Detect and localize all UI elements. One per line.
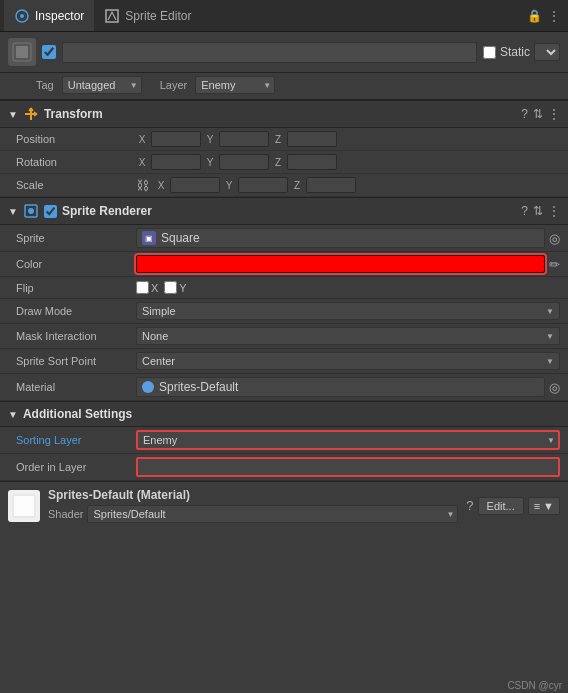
sprite-name-box[interactable]: ▣ Square: [136, 228, 545, 248]
color-swatch[interactable]: [136, 255, 545, 273]
position-xyz: X 0 Y 0 Z 0: [136, 131, 560, 147]
static-checkbox[interactable]: [483, 46, 496, 59]
scale-xyz: X 1 Y 1 Z 1: [155, 177, 560, 193]
tag-select[interactable]: Untagged: [62, 76, 142, 94]
flip-row: Flip X Y: [0, 277, 568, 299]
material-edit-button[interactable]: Edit...: [478, 497, 524, 515]
position-x-input[interactable]: 0: [151, 131, 201, 147]
flip-y-checkbox[interactable]: [164, 281, 177, 294]
sprite-renderer-section-header[interactable]: ▼ Sprite Renderer ? ⇅ ⋮: [0, 197, 568, 225]
scale-x-label: X: [155, 180, 167, 191]
flip-x-checkbox[interactable]: [136, 281, 149, 294]
draw-mode-dropdown[interactable]: Simple ▼: [136, 302, 560, 320]
rotation-label: Rotation: [16, 156, 136, 168]
lock-icon[interactable]: 🔒: [527, 9, 542, 23]
material-help-icon[interactable]: ?: [466, 498, 473, 513]
material-dot-icon: [142, 381, 154, 393]
object-active-checkbox[interactable]: [42, 45, 56, 59]
layer-select-wrapper: Enemy: [195, 76, 275, 94]
flip-field-value: X Y: [136, 281, 187, 294]
flip-field-label: Flip: [16, 282, 136, 294]
material-name-text: Sprites-Default: [159, 380, 238, 394]
position-y-input[interactable]: 0: [219, 131, 269, 147]
material-name-box[interactable]: Sprites-Default: [136, 377, 545, 397]
sprite-editor-icon: [104, 8, 120, 24]
material-list-button[interactable]: ≡ ▼: [528, 497, 560, 515]
scale-x-input[interactable]: 1: [170, 177, 220, 193]
sorting-layer-row: Sorting Layer Enemy: [0, 427, 568, 454]
order-in-layer-label: Order in Layer: [16, 461, 136, 473]
sprite-sort-point-dropdown[interactable]: Center ▼: [136, 352, 560, 370]
position-row: Position X 0 Y 0 Z 0: [0, 128, 568, 151]
more-options-icon[interactable]: ⋮: [548, 9, 560, 23]
material-list-icon: ≡: [534, 500, 540, 512]
material-panel-name: Sprites-Default (Material): [48, 488, 458, 502]
additional-settings-header[interactable]: ▼ Additional Settings: [0, 401, 568, 427]
draw-mode-value: Simple ▼: [136, 302, 560, 320]
sprite-renderer-section-icons: ? ⇅ ⋮: [521, 204, 560, 218]
rotation-xyz: X 0 Y 0 Z 0: [136, 154, 560, 170]
material-row: Material Sprites-Default ◎: [0, 374, 568, 401]
material-shader-select[interactable]: Sprites/Default: [87, 505, 458, 523]
color-field-value: ✏: [136, 255, 560, 273]
transform-section-header[interactable]: ▼ Transform ? ⇅ ⋮: [0, 100, 568, 128]
material-field-label: Material: [16, 381, 136, 393]
additional-arrow-icon: ▼: [8, 409, 18, 420]
tab-inspector-label: Inspector: [35, 9, 84, 23]
scale-y-input[interactable]: 1: [238, 177, 288, 193]
rotation-z-input[interactable]: 0: [287, 154, 337, 170]
mask-interaction-label: Mask Interaction: [16, 330, 136, 342]
tab-sprite-editor[interactable]: Sprite Editor: [94, 0, 201, 31]
inspector-icon: [14, 8, 30, 24]
sorting-layer-label: Sorting Layer: [16, 434, 136, 446]
sprite-sort-point-label: Sprite Sort Point: [16, 355, 136, 367]
position-value: X 0 Y 0 Z 0: [136, 131, 560, 147]
sprite-renderer-settings-icon[interactable]: ⇅: [533, 204, 543, 218]
sprite-renderer-arrow-icon: ▼: [8, 206, 18, 217]
color-field-label: Color: [16, 258, 136, 270]
transform-help-icon[interactable]: ?: [521, 107, 528, 121]
material-shader-select-wrapper: Sprites/Default: [87, 505, 458, 523]
transform-properties: Position X 0 Y 0 Z 0 Rotation X 0 Y 0 Z …: [0, 128, 568, 197]
sprite-target-icon[interactable]: ◎: [549, 231, 560, 246]
rot-x-label: X: [136, 157, 148, 168]
color-pen-icon[interactable]: ✏: [549, 257, 560, 272]
mask-interaction-row: Mask Interaction None ▼: [0, 324, 568, 349]
sprite-renderer-more-icon[interactable]: ⋮: [548, 204, 560, 218]
sprite-renderer-checkbox[interactable]: [44, 205, 57, 218]
draw-mode-arrow: ▼: [546, 307, 554, 316]
transform-settings-icon[interactable]: ⇅: [533, 107, 543, 121]
object-header: CounterImage Static: [0, 32, 568, 73]
svg-point-1: [20, 14, 24, 18]
flip-x-label: X: [151, 282, 158, 294]
sprite-small-icon: ▣: [142, 231, 156, 245]
object-name-input[interactable]: CounterImage: [62, 42, 477, 63]
tab-bar: Inspector Sprite Editor 🔒 ⋮: [0, 0, 568, 32]
sprite-renderer-icon: [23, 203, 39, 219]
position-z-input[interactable]: 0: [287, 131, 337, 147]
scale-value: ⛓ X 1 Y 1 Z 1: [136, 177, 560, 193]
transform-more-icon[interactable]: ⋮: [548, 107, 560, 121]
tab-inspector[interactable]: Inspector: [4, 0, 94, 31]
tag-select-wrapper: Untagged: [62, 76, 142, 94]
scale-link-icon: ⛓: [136, 178, 149, 193]
transform-section-icons: ? ⇅ ⋮: [521, 107, 560, 121]
material-target-icon[interactable]: ◎: [549, 380, 560, 395]
sorting-layer-value: Enemy: [136, 430, 560, 450]
rotation-x-input[interactable]: 0: [151, 154, 201, 170]
object-icon: [8, 38, 36, 66]
order-in-layer-input[interactable]: -10: [136, 457, 560, 477]
svg-rect-4: [16, 46, 28, 58]
material-panel-icon: [8, 490, 40, 522]
pos-y-label: Y: [204, 134, 216, 145]
layer-select[interactable]: Enemy: [195, 76, 275, 94]
mask-interaction-dropdown[interactable]: None ▼: [136, 327, 560, 345]
scale-z-input[interactable]: 1: [306, 177, 356, 193]
static-dropdown[interactable]: [534, 43, 560, 61]
sorting-layer-select[interactable]: Enemy: [136, 430, 560, 450]
sprite-sort-point-value: Center ▼: [136, 352, 560, 370]
transform-title: Transform: [44, 107, 516, 121]
rotation-y-input[interactable]: 0: [219, 154, 269, 170]
material-panel: Sprites-Default (Material) Shader Sprite…: [0, 481, 568, 529]
sprite-renderer-help-icon[interactable]: ?: [521, 204, 528, 218]
